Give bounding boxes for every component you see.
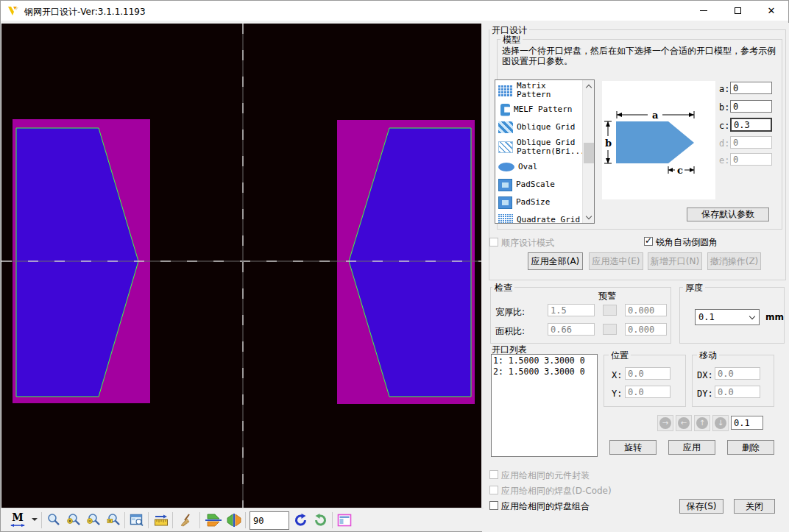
oval-icon — [498, 163, 514, 171]
arrow-down-icon: ↓ — [715, 417, 726, 429]
scroll-down-icon[interactable] — [583, 211, 595, 223]
maximize-button[interactable] — [721, 1, 754, 21]
delete-button[interactable]: 删除 — [727, 440, 774, 455]
zoom-icon[interactable] — [46, 513, 61, 528]
opening-list-item[interactable]: 1: 1.5000 3.3000 0 — [493, 355, 595, 366]
measure-ruler-icon[interactable] — [154, 513, 169, 528]
bottom-toolbar: M — [1, 508, 484, 531]
nudge-left-button[interactable]: ← — [676, 415, 692, 431]
nudge-up-button[interactable]: ↑ — [694, 415, 710, 431]
flip-horizontal-icon[interactable] — [226, 513, 242, 528]
opening-list[interactable]: 1: 1.5000 3.3000 0 2: 1.5000 3.3000 0 — [491, 354, 598, 457]
measure-tool-button[interactable]: M — [8, 511, 27, 528]
app-window: 钢网开口设计-Ver:3.1.1.1193 ✕ 开口设计 模型 选择一个待开口焊… — [0, 0, 789, 532]
dim-a-label: a — [652, 110, 659, 121]
rotate-ccw-icon[interactable] — [294, 513, 308, 528]
save-defaults-button[interactable]: 保存默认参数 — [687, 208, 769, 221]
rotate-button[interactable]: 旋转 — [609, 440, 657, 455]
width-ratio-field — [548, 304, 595, 316]
close-icon: ✕ — [768, 6, 776, 15]
dim-b-label: b — [605, 138, 612, 149]
thickness-unit: mm — [765, 312, 784, 322]
scrollbar-thumb[interactable] — [584, 143, 594, 163]
minimize-button[interactable] — [687, 1, 721, 21]
padsize-icon — [498, 196, 512, 209]
apply-same-package-checkbox — [489, 470, 498, 479]
sequential-mode-label: 顺序设计模式 — [501, 237, 554, 249]
param-c-label: c: — [719, 121, 729, 131]
apply-button[interactable]: 应用 — [668, 440, 715, 455]
thickness-dropdown[interactable]: 0.1 — [695, 309, 760, 325]
move-dx-field[interactable] — [715, 367, 760, 380]
auto-fillet-checkbox[interactable] — [644, 237, 653, 246]
param-c-field[interactable] — [730, 118, 772, 132]
oblique-grid-pattern-icon — [498, 141, 513, 153]
param-b-field[interactable] — [730, 100, 772, 113]
quadrate-grid-icon — [498, 214, 513, 223]
clean-broom-icon[interactable] — [179, 513, 194, 528]
measure-dropdown-caret-icon[interactable] — [32, 518, 38, 521]
area-ratio-field — [548, 323, 595, 336]
padscale-icon — [498, 179, 512, 191]
check-group: 检查 预警 宽厚比: 面积比: — [490, 287, 671, 344]
pattern-item-melf[interactable]: MELF Pattern — [495, 101, 582, 118]
arrow-right-icon: → — [659, 417, 671, 429]
preview-shape — [616, 121, 694, 163]
thickness-group-label: 厚度 — [683, 282, 705, 294]
nudge-step-field[interactable] — [731, 416, 763, 430]
pattern-list[interactable]: Matrix Pattern MELF Pattern Oblique Grid… — [495, 79, 595, 224]
dim-c-label: c — [677, 165, 683, 176]
zoom-in-icon[interactable] — [66, 513, 81, 528]
pattern-item-padscale[interactable]: PadScale — [495, 176, 582, 194]
arrow-up-icon: ↑ — [696, 417, 708, 429]
app-logo-icon — [7, 5, 19, 17]
pattern-item-padsize[interactable]: PadSize — [495, 194, 582, 211]
zoom-out-icon[interactable] — [86, 513, 101, 528]
maximize-icon — [735, 7, 741, 14]
window-title: 钢网开口设计-Ver:3.1.1.1193 — [24, 6, 146, 18]
position-x-field[interactable] — [625, 367, 671, 380]
flip-vertical-icon[interactable] — [205, 513, 222, 528]
opening-list-item[interactable]: 2: 1.5000 3.3000 0 — [493, 366, 595, 377]
rotate-cw-icon[interactable] — [313, 513, 328, 528]
area-warn-field — [625, 323, 667, 336]
apply-same-combo-label: 应用给相同的焊盘组合 — [501, 500, 590, 513]
thickness-value: 0.1 — [696, 312, 750, 322]
melf-pattern-icon — [500, 104, 510, 116]
title-bar: 钢网开口设计-Ver:3.1.1.1193 ✕ — [1, 1, 788, 21]
move-dy-label: DY: — [697, 389, 713, 399]
pattern-item-matrix[interactable]: Matrix Pattern — [495, 80, 582, 101]
pattern-item-oblique-grid[interactable]: Oblique Grid — [495, 118, 582, 136]
move-group-label: 移动 — [697, 350, 719, 362]
position-x-label: X: — [612, 370, 622, 380]
param-a-field[interactable] — [730, 82, 772, 94]
matrix-pattern-icon — [498, 85, 513, 96]
design-canvas[interactable] — [1, 24, 481, 508]
position-y-field[interactable] — [625, 386, 671, 398]
close-dialog-button[interactable]: 关闭 — [734, 499, 775, 514]
apply-same-combo-checkbox[interactable] — [489, 501, 498, 510]
pattern-item-oblique-grid-pattern[interactable]: Oblique Grid Pattern(Bri... — [495, 136, 582, 158]
view-window-icon[interactable] — [130, 513, 144, 528]
nudge-right-button[interactable]: → — [657, 415, 673, 431]
screen-view-icon[interactable] — [337, 513, 352, 528]
save-button[interactable]: 保存(S) — [679, 499, 723, 514]
apply-all-button[interactable]: 应用全部(A) — [528, 252, 583, 270]
model-description: 选择一个待开口焊盘，然后在如下选择一个合适的开口模型，参考示例图设置开口参数。 — [502, 46, 779, 66]
nudge-down-button[interactable]: ↓ — [712, 415, 729, 431]
rotation-angle-field[interactable] — [250, 511, 289, 530]
scroll-up-icon[interactable] — [583, 80, 595, 92]
param-e-label: e: — [719, 155, 729, 166]
pattern-item-quadrate-grid[interactable]: Quadrate_Grid — [495, 211, 582, 223]
width-warn-indicator — [603, 305, 617, 316]
move-dy-field[interactable] — [715, 386, 760, 398]
pattern-item-oval[interactable]: Oval — [495, 158, 582, 176]
area-warn-indicator — [603, 324, 617, 335]
auto-fillet-label: 锐角自动倒圆角 — [656, 236, 718, 249]
warning-label: 预警 — [598, 290, 616, 302]
model-preview: a b c — [602, 81, 715, 199]
close-button[interactable]: ✕ — [754, 1, 788, 21]
move-dx-label: DX: — [697, 370, 713, 380]
zoom-region-icon[interactable] — [106, 513, 121, 528]
pattern-list-scrollbar[interactable] — [582, 80, 594, 223]
